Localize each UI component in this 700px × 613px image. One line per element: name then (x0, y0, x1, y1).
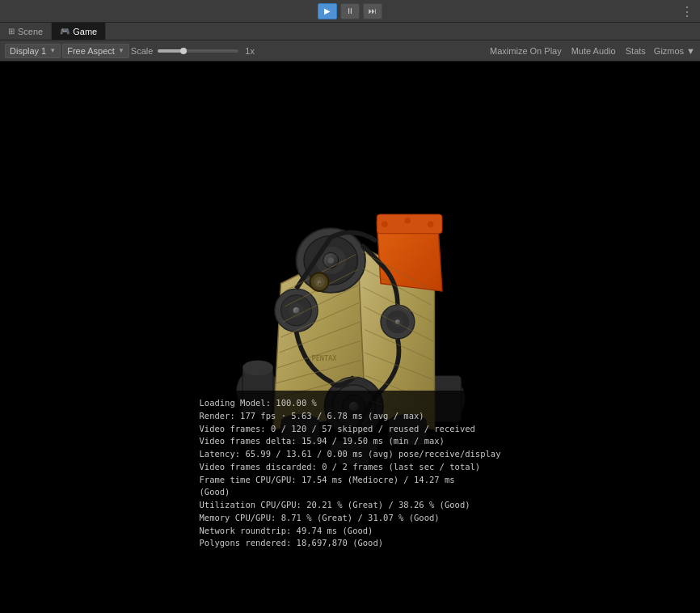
stat-line: Render: 177 fps · 5.63 / 6.78 ms (avg / … (200, 410, 501, 423)
svg-point-2 (242, 361, 273, 376)
svg-text:PENTAX: PENTAX (312, 354, 338, 362)
display-dropdown[interactable]: Display 1 ▼ (5, 44, 61, 58)
aspect-arrow-icon: ▼ (118, 47, 124, 54)
stat-line: Utilization CPU/GPU: 20.21 % (Great) / 3… (200, 499, 501, 512)
game-viewport[interactable]: P PENTAX Loading Model: 100.00 %Render: … (0, 61, 700, 613)
stats-button[interactable]: Stats (624, 45, 647, 57)
svg-point-8 (428, 222, 434, 228)
stat-line: Video frames discarded: 0 / 2 frames (la… (200, 461, 501, 474)
tab-scene[interactable]: ⊞ Scene (0, 23, 52, 40)
step-button[interactable]: ⏭ (363, 3, 382, 19)
stat-line: Loading Model: 100.00 % (200, 397, 501, 410)
display-arrow-icon: ▼ (49, 47, 56, 54)
pause-button[interactable]: ⏸ (340, 3, 360, 19)
gizmos-label: Gizmos (654, 46, 684, 56)
scale-value: 1x (245, 46, 261, 56)
play-button[interactable]: ▶ (318, 3, 337, 19)
options-bar: Display 1 ▼ Free Aspect ▼ Scale 1x Maxim… (0, 40, 700, 61)
tab-scene-label: Scene (18, 27, 43, 36)
gizmos-arrow-icon: ▼ (686, 46, 695, 56)
svg-point-13 (327, 257, 334, 264)
more-options-icon[interactable]: ⋮ (681, 3, 694, 19)
stat-line: Video frames delta: 15.94 / 19.50 ms (mi… (200, 435, 501, 448)
aspect-dropdown[interactable]: Free Aspect ▼ (62, 44, 129, 58)
stat-line: (Good) (200, 486, 501, 499)
stat-line: Polygons rendered: 18,697,870 (Good) (200, 537, 501, 550)
stats-overlay: Loading Model: 100.00 %Render: 177 fps ·… (192, 391, 509, 556)
tab-game-label: Game (73, 27, 97, 36)
gizmos-dropdown[interactable]: Gizmos ▼ (654, 46, 695, 56)
mute-audio-button[interactable]: Mute Audio (570, 45, 618, 57)
display-label: Display 1 (10, 46, 46, 56)
stat-line: Video frames: 0 / 120 / 57 skipped / reu… (200, 423, 501, 436)
tab-game[interactable]: 🎮 Game (52, 23, 106, 40)
stat-line: Frame time CPU/GPU: 17.54 ms (Mediocre) … (200, 474, 501, 487)
stat-line: Memory CPU/GPU: 8.71 % (Great) / 31.07 %… (200, 512, 501, 525)
stat-line: Latency: 65.99 / 13.61 / 0.00 ms (avg) p… (200, 448, 501, 461)
scale-slider-fill (158, 49, 182, 53)
top-toolbar: ▶ ⏸ ⏭ ⋮ (0, 0, 700, 23)
scale-slider-thumb (180, 48, 187, 54)
scene-icon: ⊞ (8, 27, 15, 36)
stat-line: Network roundtrip: 49.74 ms (Good) (200, 525, 501, 538)
svg-point-7 (404, 218, 411, 224)
tab-bar: ⊞ Scene 🎮 Game (0, 23, 700, 40)
playback-controls: ▶ ⏸ ⏭ (318, 3, 382, 19)
aspect-label: Free Aspect (67, 46, 115, 56)
svg-point-22 (293, 307, 300, 314)
scale-label: Scale (131, 46, 154, 56)
game-icon: 🎮 (60, 27, 70, 36)
maximize-on-play-button[interactable]: Maximize On Play (488, 45, 563, 57)
options-right: Maximize On Play Mute Audio Stats Gizmos… (488, 45, 695, 57)
svg-point-6 (382, 222, 388, 228)
scale-slider[interactable] (158, 49, 238, 53)
svg-text:P: P (317, 279, 321, 286)
